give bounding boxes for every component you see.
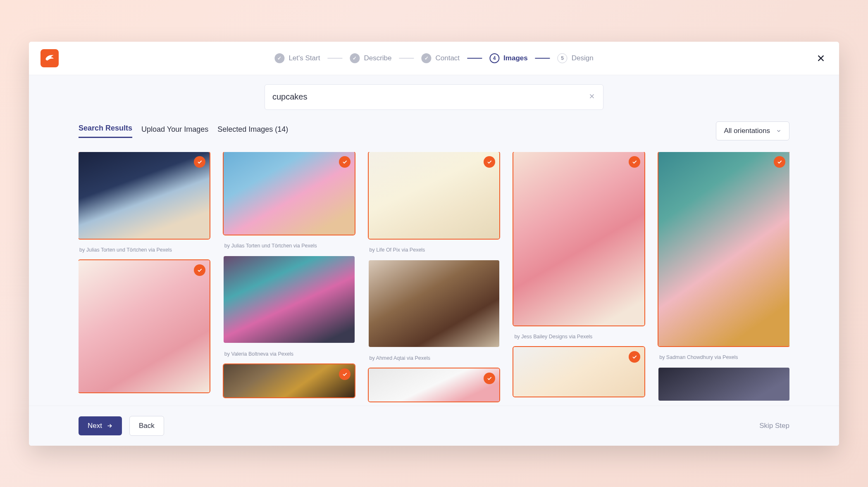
selected-check-icon — [194, 156, 205, 168]
image-thumbnail — [369, 368, 500, 401]
body: Search Results Upload Your Images Select… — [29, 75, 839, 406]
step-images[interactable]: 4 Images — [489, 53, 528, 63]
image-thumbnail — [513, 347, 644, 397]
check-icon: ✓ — [350, 53, 360, 63]
tabs-row: Search Results Upload Your Images Select… — [79, 121, 789, 140]
image-card[interactable] — [224, 364, 355, 397]
image-card[interactable] — [513, 152, 644, 325]
image-thumbnail — [79, 152, 210, 239]
clear-search-button[interactable] — [588, 93, 596, 102]
selected-check-icon — [339, 368, 351, 380]
image-thumbnail — [369, 260, 500, 347]
image-card[interactable] — [658, 368, 789, 401]
image-credit: by Ahmed Aqtai via Pexels — [369, 353, 500, 363]
step-label: Images — [503, 54, 528, 62]
step-number: 4 — [489, 53, 499, 63]
selected-check-icon — [194, 264, 205, 276]
tab-upload-images[interactable]: Upload Your Images — [141, 125, 208, 138]
tab-search-results[interactable]: Search Results — [79, 124, 132, 138]
image-credit: by Jess Bailey Designs via Pexels — [513, 331, 644, 341]
gallery-column: by Jess Bailey Designs via Pexels — [513, 152, 644, 401]
search-field — [265, 84, 603, 110]
image-card[interactable] — [224, 256, 355, 343]
step-design[interactable]: 5 Design — [558, 53, 594, 63]
step-connector — [467, 58, 482, 59]
step-lets-start[interactable]: ✓ Let's Start — [274, 53, 320, 63]
image-thumbnail — [79, 260, 210, 392]
check-icon: ✓ — [274, 53, 284, 63]
close-button[interactable] — [814, 52, 827, 65]
wizard-steps: ✓ Let's Start ✓ Describe ✓ Contact 4 Ima… — [274, 53, 593, 63]
selected-check-icon — [774, 156, 785, 168]
image-thumbnail — [224, 364, 355, 397]
image-card[interactable] — [369, 368, 500, 401]
header: ✓ Let's Start ✓ Describe ✓ Contact 4 Ima… — [29, 42, 839, 75]
back-label: Back — [139, 422, 155, 430]
next-label: Next — [88, 422, 102, 430]
image-card[interactable] — [369, 152, 500, 239]
image-credit: by Sadman Chowdhury via Pexels — [658, 352, 789, 362]
image-card[interactable] — [224, 152, 355, 235]
step-number: 5 — [558, 53, 568, 63]
step-connector — [327, 58, 342, 59]
selected-check-icon — [629, 156, 640, 168]
orientation-dropdown[interactable]: All orientations — [716, 121, 789, 140]
image-gallery: by Julias Torten und Törtchen via Pexels… — [79, 152, 789, 406]
footer: Next Back Skip Step — [29, 406, 839, 446]
brand-logo — [41, 49, 59, 67]
image-credit: by Julias Torten und Törtchen via Pexels — [79, 245, 210, 254]
step-label: Let's Start — [289, 54, 320, 62]
step-label: Design — [572, 54, 594, 62]
image-credit: by Valeria Boltneva via Pexels — [224, 349, 355, 359]
result-tabs: Search Results Upload Your Images Select… — [79, 124, 288, 138]
selected-check-icon — [484, 156, 495, 168]
gallery-column: by Julias Torten und Törtchen via Pexels — [79, 152, 210, 401]
step-describe[interactable]: ✓ Describe — [350, 53, 391, 63]
search-input[interactable] — [272, 92, 588, 102]
image-card[interactable] — [369, 260, 500, 347]
search-wrap — [79, 84, 789, 110]
tab-selected-images[interactable]: Selected Images (14) — [217, 125, 288, 138]
image-card[interactable] — [658, 152, 789, 346]
app-window: ✓ Let's Start ✓ Describe ✓ Contact 4 Ima… — [29, 42, 839, 446]
next-button[interactable]: Next — [79, 416, 122, 435]
image-credit: by Julias Torten und Törtchen via Pexels — [224, 240, 355, 250]
image-thumbnail — [658, 152, 789, 346]
back-button[interactable]: Back — [129, 416, 164, 436]
selected-check-icon — [484, 373, 495, 384]
image-card[interactable] — [79, 260, 210, 392]
image-thumbnail — [658, 368, 789, 401]
skip-step-link[interactable]: Skip Step — [759, 422, 789, 430]
check-icon: ✓ — [422, 53, 432, 63]
image-thumbnail — [513, 152, 644, 325]
step-connector — [399, 58, 414, 59]
selected-check-icon — [629, 351, 640, 363]
gallery-column: by Life Of Pix via Pexelsby Ahmed Aqtai … — [369, 152, 500, 401]
image-thumbnail — [369, 152, 500, 239]
image-credit: by Life Of Pix via Pexels — [369, 245, 500, 254]
chevron-down-icon — [776, 128, 782, 134]
step-connector — [535, 58, 550, 59]
image-card[interactable] — [79, 152, 210, 239]
image-thumbnail — [224, 152, 355, 235]
step-label: Contact — [436, 54, 460, 62]
image-thumbnail — [224, 256, 355, 343]
orientation-label: All orientations — [724, 127, 770, 135]
gallery-column: by Sadman Chowdhury via Pexels — [658, 152, 789, 401]
image-card[interactable] — [513, 347, 644, 397]
gallery-column: by Julias Torten und Törtchen via Pexels… — [224, 152, 355, 401]
step-label: Describe — [364, 54, 391, 62]
selected-check-icon — [339, 156, 351, 168]
step-contact[interactable]: ✓ Contact — [422, 53, 460, 63]
arrow-right-icon — [106, 423, 113, 429]
